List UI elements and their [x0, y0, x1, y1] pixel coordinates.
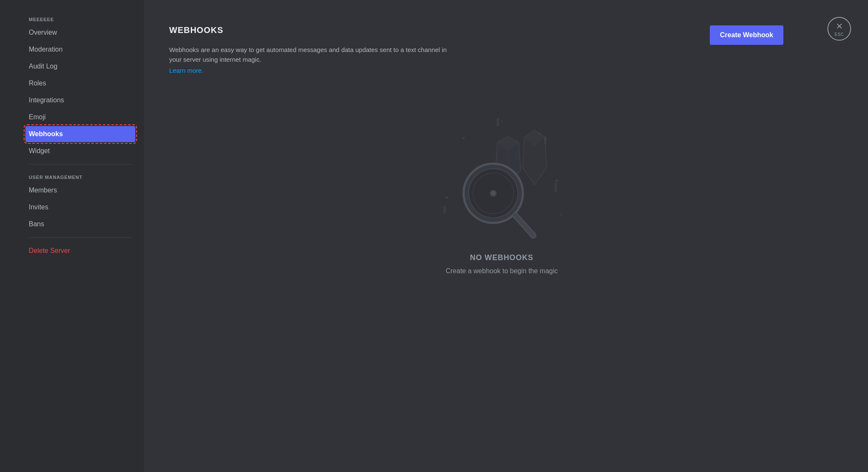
sidebar-item-members[interactable]: Members: [25, 182, 135, 198]
sidebar-item-delete-server[interactable]: Delete Server: [25, 243, 135, 259]
svg-point-2: [555, 179, 558, 182]
sidebar-divider-1: [29, 164, 132, 165]
sidebar-item-overview[interactable]: Overview: [25, 25, 135, 41]
sidebar-item-audit-log[interactable]: Audit Log: [25, 58, 135, 74]
sidebar-item-invites[interactable]: Invites: [25, 199, 135, 215]
svg-line-28: [515, 215, 533, 236]
empty-state-title: NO WEBHOOKS: [470, 253, 533, 262]
sidebar-item-webhooks[interactable]: Webhooks: [25, 126, 135, 142]
learn-more-link[interactable]: Learn more.: [169, 66, 203, 76]
page-description: Webhooks are an easy way to get automate…: [169, 45, 457, 76]
main-content: WEBHOOKS Webhooks are an easy way to get…: [144, 0, 868, 472]
description-text: Webhooks are an easy way to get automate…: [169, 45, 457, 64]
sidebar-item-moderation[interactable]: Moderation: [25, 41, 135, 58]
close-button[interactable]: ✕ ESC: [827, 17, 851, 41]
sidebar-item-bans[interactable]: Bans: [25, 216, 135, 232]
svg-rect-9: [443, 206, 446, 214]
svg-point-26: [491, 191, 495, 195]
sidebar-item-roles[interactable]: Roles: [25, 75, 135, 91]
svg-point-3: [445, 196, 448, 199]
user-management-label: USER MANAGEMENT: [25, 175, 135, 180]
webhook-illustration: [430, 113, 574, 240]
svg-rect-6: [497, 118, 499, 126]
svg-rect-8: [555, 183, 557, 192]
server-section-label: MEEEEEE: [25, 17, 135, 22]
sidebar-item-integrations[interactable]: Integrations: [25, 92, 135, 108]
create-webhook-button[interactable]: Create Webhook: [710, 25, 783, 45]
svg-point-4: [501, 120, 503, 122]
sidebar: MEEEEEE Overview Moderation Audit Log Ro…: [0, 0, 144, 472]
empty-state: NO WEBHOOKS Create a webhook to begin th…: [169, 113, 834, 275]
sidebar-item-widget[interactable]: Widget: [25, 143, 135, 159]
settings-container: MEEEEEE Overview Moderation Audit Log Ro…: [0, 0, 868, 472]
svg-point-0: [462, 137, 465, 140]
close-icon: ✕: [836, 21, 843, 31]
empty-state-subtitle: Create a webhook to begin the magic: [445, 267, 558, 275]
sidebar-item-emoji[interactable]: Emoji: [25, 109, 135, 125]
sidebar-divider-2: [29, 237, 132, 238]
svg-point-5: [560, 213, 562, 215]
esc-label: ESC: [835, 32, 844, 37]
